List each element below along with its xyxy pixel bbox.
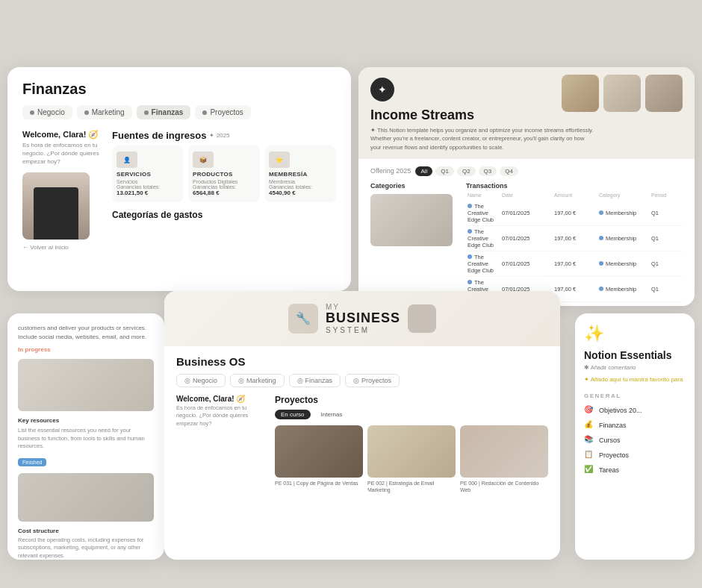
biz-sub: Es hora de enfocarnos en tu negocio. ¿Po…	[176, 404, 266, 428]
finanzas-card: Finanzas Negocio Marketing Finanzas Proy…	[7, 67, 351, 291]
gear-icon: ✦	[370, 78, 394, 101]
income-table: Transactions Name Date Amount Category P…	[466, 182, 683, 306]
notion-item-objetivos[interactable]: 🎯 Objetivos 20...	[584, 405, 686, 416]
filter-chips: All Q1 Q2 Q3 Q4	[415, 166, 518, 176]
tab-marketing[interactable]: Marketing	[77, 105, 132, 119]
income-categories: Categories	[370, 182, 460, 306]
filter-internas[interactable]: Internas	[315, 410, 349, 419]
project-card-1[interactable]: PE 031 | Copy de Página de Ventas	[275, 425, 363, 493]
finanzas-right-panel: Fuentes de ingresos ✦ 2025 👤 SERVICIOS S…	[112, 130, 336, 251]
finished-tag: Finished	[18, 458, 46, 466]
finanzas-title: Finanzas	[22, 81, 336, 98]
project-label-3: PE 000 | Redacción de Contenido Web	[460, 480, 548, 493]
business-logo-icon: 🔧	[288, 304, 318, 334]
bl-text: customers and deliver your products or s…	[18, 324, 154, 342]
tareas-icon: ✅	[584, 465, 594, 475]
notion-item-finanzas[interactable]: 💰 Finanzas	[584, 420, 686, 431]
welcome-sub: Es hora de enfocarnos en tu negocio. ¿Po…	[22, 141, 105, 166]
tab-negocio[interactable]: Negocio	[22, 105, 72, 119]
rev-card-servicios: 👤 SERVICIOS Servicios Ganancias totales:…	[112, 146, 184, 202]
proyectos-icon: 📋	[584, 450, 594, 460]
filter-q4[interactable]: Q4	[500, 166, 518, 176]
business-title-text: MY BUSINESS SYSTEM	[326, 303, 400, 334]
project-card-3[interactable]: PE 000 | Redacción de Contenido Web	[460, 425, 548, 493]
bl-image-1	[18, 359, 154, 411]
business-icon-right	[408, 304, 436, 333]
filter-q2[interactable]: Q2	[457, 166, 476, 176]
business-logo: 🔧 MY BUSINESS SYSTEM	[176, 303, 548, 334]
biz-tab-finanzas[interactable]: ◎Finanzas	[289, 374, 341, 387]
business-content: Welcome, Clara! 🧭 Es hora de enfocarnos …	[176, 395, 548, 493]
project-img-1	[275, 425, 363, 478]
key-resources-title: Key resources	[18, 417, 154, 424]
project-label-2: PE 002 | Estrategia de Email Marketing	[367, 480, 456, 493]
income-body: Offering 2025 All Q1 Q2 Q3 Q4 Categories…	[358, 159, 695, 306]
bottom-left-card: customers and deliver your products or s…	[7, 313, 164, 560]
notion-comment[interactable]: ✱ Añadir comentario	[584, 364, 686, 371]
notion-item-cursos[interactable]: 📚 Cursos	[584, 435, 686, 445]
transactions-title: Transactions	[466, 182, 683, 190]
productos-icon: 📦	[193, 151, 214, 168]
project-card-2[interactable]: PE 002 | Estrategia de Email Marketing	[367, 425, 456, 493]
project-img-3	[460, 425, 548, 478]
notion-mantra: ✦ Añado aquí tu mantra favorito para	[584, 375, 686, 384]
project-label-1: PE 031 | Copy de Página de Ventas	[275, 480, 363, 487]
business-header: 🔧 MY BUSINESS SYSTEM	[164, 291, 560, 346]
sources-title: Fuentes de ingresos ✦ 2025	[112, 130, 336, 141]
notion-item-proyectos[interactable]: 📋 Proyectos	[584, 450, 686, 460]
avatar-figure	[22, 172, 90, 240]
tab-finanzas[interactable]: Finanzas	[137, 105, 191, 119]
objetivos-icon: 🎯	[584, 405, 594, 416]
filter-q3[interactable]: Q3	[479, 166, 497, 176]
finanzas-icon: 💰	[584, 420, 594, 431]
project-img-2	[367, 425, 456, 478]
tab-proyectos[interactable]: Proyectos	[195, 105, 250, 119]
income-desc: ✦ This Notion template helps you organiz…	[370, 126, 594, 151]
revenue-cards: 👤 SERVICIOS Servicios Ganancias totales:…	[112, 146, 336, 202]
servicios-icon: 👤	[117, 151, 137, 168]
sparkle-icon: ✨	[584, 324, 686, 343]
income-img-2	[603, 75, 641, 112]
income-img-1	[562, 75, 599, 112]
finanzas-left-panel: Welcome, Clara! 🧭 Es hora de enfocarnos …	[22, 130, 105, 251]
welcome-text: Welcome, Clara! 🧭	[22, 130, 105, 140]
biz-tab-negocio[interactable]: ◎Negocio	[176, 374, 226, 387]
table-row: The Creative Edge Club 07/01/2025 197,00…	[466, 201, 683, 226]
categories-title: Categories	[370, 182, 460, 190]
filter-all[interactable]: All	[415, 166, 432, 176]
rev-card-productos: 📦 PRODUCTOS Productos Digitales Ganancia…	[188, 146, 260, 202]
table-row: The Creative Edge Club 07/01/2025 197,00…	[466, 251, 683, 277]
biz-tab-marketing[interactable]: ◎Marketing	[230, 374, 285, 387]
proyectos-title: Proyectos	[275, 395, 548, 405]
general-section-label: GENERAL	[584, 392, 686, 399]
income-grid: Categories Transactions Name Date Amount…	[370, 182, 683, 306]
offering-filter: Offering 2025 All Q1 Q2 Q3 Q4	[370, 166, 683, 176]
cost-structure-title: Cost structure	[18, 528, 154, 534]
bl-image-2	[18, 473, 154, 522]
filter-en-curso[interactable]: En curso	[275, 410, 311, 419]
filter-q1[interactable]: Q1	[435, 166, 454, 176]
notion-items: 🎯 Objetivos 20... 💰 Finanzas 📚 Cursos 📋 …	[584, 405, 686, 475]
biz-welcome: Welcome, Clara! 🧭	[176, 395, 266, 403]
rev-card-membresia: ⭐ MEMBRESÍA Membresía Ganancias totales:…	[264, 146, 336, 202]
income-card: ✦ Income Streams ✦ This Notion template …	[358, 67, 695, 306]
income-images	[562, 75, 683, 112]
gastos-title: Categorías de gastos	[112, 210, 336, 220]
business-card: 🔧 MY BUSINESS SYSTEM Business OS ◎Negoci…	[164, 291, 560, 560]
finanzas-nav: Negocio Marketing Finanzas Proyectos	[22, 105, 336, 119]
business-left: Welcome, Clara! 🧭 Es hora de enfocarnos …	[176, 395, 266, 493]
notion-item-tareas[interactable]: ✅ Tareas	[584, 465, 686, 475]
key-resources-sub: List the essential resources you need fo…	[18, 427, 154, 451]
back-link[interactable]: ← Volver al Inicio	[22, 244, 105, 251]
project-filters: En curso Internas	[275, 410, 548, 419]
categories-image	[370, 194, 453, 246]
income-header: ✦ Income Streams ✦ This Notion template …	[358, 67, 695, 159]
finanzas-content: Welcome, Clara! 🧭 Es hora de enfocarnos …	[22, 130, 336, 251]
income-img-3	[645, 75, 683, 112]
project-cards: PE 031 | Copy de Página de Ventas PE 002…	[275, 425, 548, 493]
biz-tab-proyectos[interactable]: ◎Proyectos	[345, 374, 400, 387]
business-nav: ◎Negocio ◎Marketing ◎Finanzas ◎Proyectos	[176, 374, 548, 387]
business-body: Business OS ◎Negocio ◎Marketing ◎Finanza…	[164, 346, 560, 502]
business-right: Proyectos En curso Internas PE 031 | Cop…	[275, 395, 548, 493]
notion-title: Notion Essentials	[584, 349, 686, 361]
